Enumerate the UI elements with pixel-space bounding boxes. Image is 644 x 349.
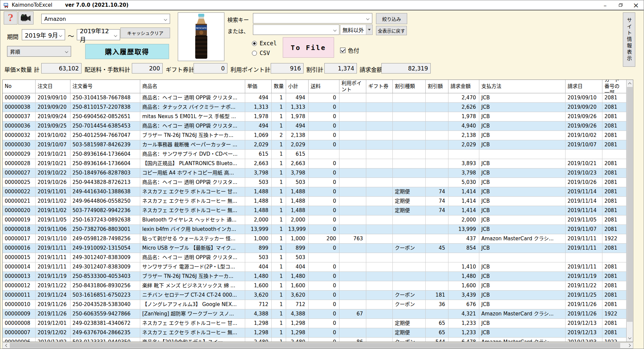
table-row[interactable]: 000000132019/11/19250-8533300-4053403ブラザ… xyxy=(3,272,633,281)
column-header-billed-amount[interactable]: 請求金額 xyxy=(448,80,479,93)
cell-shipping: 0 xyxy=(309,300,339,309)
table-row[interactable]: 000000112019/11/24503-1616851-6750223ニチバ… xyxy=(3,291,633,300)
fetch-history-button[interactable]: 購入履歴取得 xyxy=(85,44,169,59)
horizontal-scrollbar[interactable] xyxy=(2,342,633,349)
column-header-no[interactable]: No xyxy=(3,80,36,93)
table-row[interactable]: 000000252019/10/26250-9443828-8726213商品名… xyxy=(3,178,633,187)
cell-shipping: 0 xyxy=(309,328,339,338)
radio-csv[interactable]: CSV xyxy=(252,50,270,56)
cell-quantity: 1 xyxy=(272,103,286,112)
cell-billing-date: 2019/10/21 xyxy=(566,159,602,168)
table-row[interactable]: 000000382019/09/20250-8110157-2207838商品名… xyxy=(3,103,633,112)
column-header-billing-date[interactable]: 請求日 xyxy=(566,80,602,93)
column-header-shipping[interactable]: 送料 xyxy=(309,80,339,93)
column-header-gift-card[interactable]: ギフト券 xyxy=(366,80,393,93)
scroll-down-arrow[interactable] xyxy=(627,335,633,342)
period-from-select[interactable]: 2019年 9月 xyxy=(22,29,65,40)
to-file-button[interactable]: To File xyxy=(283,37,334,58)
table-row[interactable]: 000000162019/11/11249-1910092-1315054Mic… xyxy=(3,244,633,253)
cell-order-date: 2019/10/22 xyxy=(36,168,70,178)
vertical-scrollbar[interactable] xyxy=(626,80,633,342)
cell-no: 00000009 xyxy=(3,309,36,319)
column-header-subtotal[interactable]: 小計 xyxy=(286,80,309,93)
table-row[interactable]: 000000372019/09/24250-6904562-0852651mit… xyxy=(3,112,633,121)
video-tutorial-button[interactable] xyxy=(18,11,34,24)
table-row[interactable]: 000000062019/12/02503-0123331-0440350商品名… xyxy=(3,338,633,342)
column-header-product-name[interactable]: 商品名 xyxy=(140,80,245,93)
secondary-search-input[interactable] xyxy=(253,24,339,35)
table-row[interactable]: 000000292019/10/21250-8936164-1736604商品名… xyxy=(3,150,633,159)
table-row[interactable]: 000000192019/11/05250-1637243-0892638Blu… xyxy=(3,215,633,225)
table-row[interactable]: 000000362019/09/25250-7014454-6385453商品名… xyxy=(3,121,633,131)
cell-subtotal: 2,029 xyxy=(286,140,309,150)
horizontal-scrollbar-thumb[interactable] xyxy=(10,343,620,348)
table-row[interactable]: 000000392019/09/10250-3104158-7667848商品名… xyxy=(3,93,633,103)
sort-order-select[interactable]: 昇順 xyxy=(7,46,71,57)
table-row[interactable]: 000000302019/10/07503-5815987-8426239カール… xyxy=(3,140,633,150)
table-row[interactable]: 000000202019/11/02503-7749082-9942236ネスカ… xyxy=(3,206,633,215)
table-row[interactable]: 000000072019/12/02249-6376704-2866235ネスカ… xyxy=(3,328,633,338)
colored-checkbox[interactable]: 色付 xyxy=(340,46,359,54)
reset-view-button[interactable]: 全表示に戻す xyxy=(376,26,407,35)
cell-product-name: 商品名：ヘイコー 透明 OPP袋 クリスタ... xyxy=(140,178,245,187)
period-to-select[interactable]: 2019年12月 xyxy=(77,29,120,40)
radio-excel[interactable]: Excel xyxy=(252,40,277,47)
scroll-right-arrow[interactable] xyxy=(626,343,633,348)
column-header-quantity[interactable]: 数量 xyxy=(272,80,286,93)
column-header-order-date[interactable]: 注文日 xyxy=(36,80,70,93)
filter-button[interactable]: 絞り込み xyxy=(376,13,407,24)
triangle-down-icon xyxy=(368,29,371,31)
cell-subtotal: 1,600 xyxy=(286,281,309,291)
table-row[interactable]: 000000182019/11/06250-7382706-8803001lex… xyxy=(3,225,633,234)
free-filter-select[interactable]: 無料以外 xyxy=(340,24,373,35)
period-from-value: 2019年 9月 xyxy=(25,31,58,39)
vertical-scrollbar-thumb[interactable] xyxy=(627,87,633,322)
cell-subtotal: 1,978 xyxy=(286,112,309,121)
restore-button[interactable] xyxy=(613,0,628,10)
table-row[interactable]: 000000102019/11/26250-2043528-5383040【ノン… xyxy=(3,300,633,309)
cell-payment-method: JCB xyxy=(479,262,566,272)
window-title: KaimonoToExcel xyxy=(12,2,52,8)
site-select[interactable]: Amazon xyxy=(41,14,170,24)
site-info-button[interactable]: サイト情報表示 xyxy=(623,12,635,67)
help-button[interactable]: ? xyxy=(4,11,17,24)
table-row[interactable]: 000000152019/11/11249-3012407-8383009商品名… xyxy=(3,253,633,262)
column-header-order-number[interactable]: 注文番号 xyxy=(70,80,140,93)
cell-order-date: 2019/11/11 xyxy=(36,262,70,272)
cell-billing-date: 2019/09/26 xyxy=(566,112,602,121)
table-row[interactable]: 000000092019/11/26250-6063559-9427866[Za… xyxy=(3,309,633,319)
table-row[interactable]: 000000122019/11/22250-8431806-8930256楽絆 … xyxy=(3,281,633,291)
column-header-discount-type[interactable]: 割引種類 xyxy=(393,80,426,93)
cell-billed-amount: 2,138 xyxy=(448,131,479,140)
column-header-payment-method[interactable]: 支払方法 xyxy=(479,80,566,93)
search-key-input[interactable] xyxy=(253,13,372,23)
scroll-up-arrow[interactable] xyxy=(627,80,633,87)
cache-clear-button[interactable]: キャッシュクリア xyxy=(120,28,170,38)
cell-shipping: 0 xyxy=(309,281,339,291)
table-row[interactable]: 000000282019/10/21250-8936164-1736604【国内… xyxy=(3,159,633,168)
cell-discount-amount: 544 xyxy=(426,338,448,342)
column-header-unit-price[interactable]: 単価 xyxy=(245,80,272,93)
table-row[interactable]: 000000222019/11/01249-4416340-1388638ネスカ… xyxy=(3,187,633,197)
table-row[interactable]: 000000212019/11/02249-9644806-0558250ネスカ… xyxy=(3,197,633,206)
dropdown-arrow-button[interactable] xyxy=(366,25,372,35)
restore-icon xyxy=(619,3,623,7)
cell-gift-card xyxy=(366,187,393,197)
table-row[interactable]: 000000082019/12/01249-0238381-4340672ネスカ… xyxy=(3,319,633,328)
column-header-card-number-part[interactable]: カード番号の一部 xyxy=(602,80,627,93)
close-button[interactable]: × xyxy=(628,0,644,10)
cell-unit-price: 13,999 xyxy=(245,225,272,234)
table-row[interactable]: 000000322019/10/02250-4012594-7667047ブラザ… xyxy=(3,131,633,140)
cell-payment-method: JCB xyxy=(479,187,566,197)
cell-subtotal: 2,138 xyxy=(286,131,309,140)
table-row[interactable]: 000000272019/10/22250-1849766-8287803コピー… xyxy=(3,168,633,178)
minimize-button[interactable]: – xyxy=(597,0,613,10)
table-row[interactable]: 000000142019/11/11249-3012407-8383009サンワ… xyxy=(3,262,633,272)
table-row[interactable]: 000000172019/11/10249-0598128-7498256貼って… xyxy=(3,234,633,244)
cell-payment-method: JCB xyxy=(479,300,566,309)
column-header-discount-amount[interactable]: 割引額 xyxy=(426,80,448,93)
sort-order-value: 昇順 xyxy=(10,48,20,55)
column-header-points-used[interactable]: 利用ポイント xyxy=(339,80,366,93)
cell-quantity: 1 xyxy=(272,197,286,206)
scroll-left-arrow[interactable] xyxy=(3,343,9,348)
